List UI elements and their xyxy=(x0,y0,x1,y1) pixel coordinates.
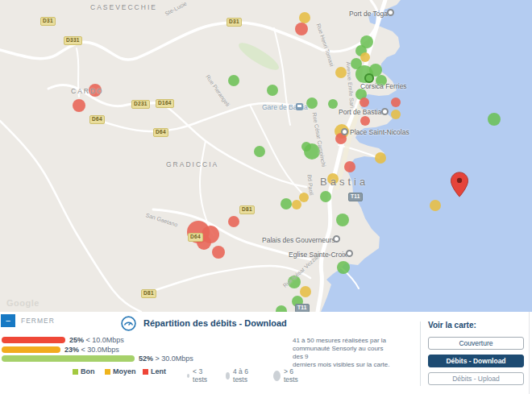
measurement-dot-y[interactable] xyxy=(391,110,401,119)
measurement-dot-g[interactable] xyxy=(254,146,265,157)
legend-size-item: 4 à 6 tests xyxy=(226,367,251,384)
train-station-icon xyxy=(296,103,303,110)
legend-label: Bon xyxy=(81,367,95,375)
measurement-dot-g[interactable] xyxy=(320,191,331,202)
poi-label: Place Saint-Nicolas xyxy=(350,128,409,136)
poi-circle-icon xyxy=(333,235,340,243)
measurement-dot-g[interactable] xyxy=(337,261,350,274)
measurement-dot-y[interactable] xyxy=(300,286,311,297)
measurement-dot-r[interactable] xyxy=(360,116,370,126)
sidebar-heading: Voir la carte: xyxy=(428,321,525,330)
measurement-description: 41 à 50 mesures réalisées par lacommunau… xyxy=(293,337,393,369)
legend-quality-item: Bon xyxy=(73,367,95,375)
test-count-circle xyxy=(226,372,230,379)
vertical-divider xyxy=(420,321,421,386)
description-line: derniers mois visibles sur la carte. xyxy=(293,361,393,369)
legend-label: < 3 tests xyxy=(193,367,209,384)
fermer-label: FERMER xyxy=(21,317,55,325)
measurement-dot-y[interactable] xyxy=(360,52,370,62)
road-shield: D164 xyxy=(156,99,174,108)
test-count-circle xyxy=(187,374,189,378)
measurement-dot-g[interactable] xyxy=(281,198,292,209)
poi-label: Corsica Ferries xyxy=(360,82,407,90)
speed-distribution-bars: 25% < 10.0Mbps23% < 30.0Mbps52% > 30.0Mb… xyxy=(2,337,268,365)
basemap-roads-and-sea xyxy=(0,0,532,312)
bar-row: 52% > 30.0Mbps xyxy=(2,355,268,365)
road-shield: D331 xyxy=(64,36,82,45)
measurement-dot-g[interactable] xyxy=(306,97,318,109)
measurement-dot-r[interactable] xyxy=(212,246,225,259)
map-type-button-couverture[interactable]: Couverture xyxy=(428,337,524,350)
measurement-dot-y[interactable] xyxy=(292,200,301,209)
area-label: CASEVECCHIE xyxy=(90,3,157,11)
google-logo: Google xyxy=(6,298,39,308)
measurement-dot-y[interactable] xyxy=(375,152,386,164)
map-type-button-d-bits-download[interactable]: Débits - Download xyxy=(428,355,524,367)
distribution-bar xyxy=(2,346,60,353)
bottom-panel: − FERMER Répartition des débits - Downlo… xyxy=(0,312,532,394)
map-canvas[interactable]: D31D331D31D231D164D64D64D64D81D81T11T11 … xyxy=(0,0,532,312)
measurement-dot-g[interactable] xyxy=(267,85,278,96)
bar-label: 23% < 30.0Mbps xyxy=(64,346,119,354)
area-label: GRADICCIA xyxy=(166,160,218,168)
measurement-dot-r[interactable] xyxy=(295,23,308,35)
measurement-dot-r[interactable] xyxy=(391,97,401,107)
legend-color-square xyxy=(73,369,78,375)
description-line: 41 à 50 mesures réalisées par la xyxy=(293,337,393,345)
measurement-dot-g[interactable] xyxy=(336,214,349,226)
road-shield: D64 xyxy=(89,115,105,124)
legend-size-item: < 3 tests xyxy=(187,367,209,384)
sensorly-app: D31D331D31D231D164D64D64D64D81D81T11T11 … xyxy=(0,0,532,394)
poi-label: Port de Toga xyxy=(349,10,388,18)
poi-label: Port de Bastia xyxy=(339,108,381,116)
road-shield: D31 xyxy=(227,18,242,27)
measurement-dot-g[interactable] xyxy=(488,113,501,126)
legend-size-item: > 6 tests xyxy=(273,367,301,384)
map-type-sidebar: Voir la carte: CouvertureDébits - Downlo… xyxy=(428,321,525,390)
panel-right-edge xyxy=(529,312,530,394)
road-shield: D81 xyxy=(239,205,255,214)
bar-label: 25% < 10.0Mbps xyxy=(69,336,124,344)
distribution-bar xyxy=(2,337,65,343)
description-line: communauté Sensorly au cours des 9 xyxy=(293,345,393,361)
measurement-dot-g[interactable] xyxy=(328,99,338,109)
poi-label: Eglise Sainte-Croix xyxy=(289,251,347,259)
road-shield: D231 xyxy=(131,100,150,109)
legend-label: Moyen xyxy=(113,367,136,375)
legend-quality-item: Moyen xyxy=(105,367,136,375)
measurement-dot-g[interactable] xyxy=(276,305,287,312)
road-shield: T11 xyxy=(348,193,363,201)
legend-label: 4 à 6 tests xyxy=(233,367,251,384)
legend-label: Lent xyxy=(151,367,166,375)
measurement-dot-r[interactable] xyxy=(73,99,85,112)
road-shield: D31 xyxy=(40,17,56,26)
road-shield: D81 xyxy=(141,289,156,298)
measurement-dot-y[interactable] xyxy=(299,193,309,202)
poi-circle-icon xyxy=(387,9,394,16)
test-count-circle xyxy=(273,371,281,381)
poi-circle-icon xyxy=(341,128,348,135)
bar-label: 52% > 30.0Mbps xyxy=(139,355,193,363)
area-label: CARDO xyxy=(71,87,104,95)
measurement-dot-y[interactable] xyxy=(335,67,347,78)
measurement-dot-r[interactable] xyxy=(344,161,355,172)
legend-color-square xyxy=(143,369,148,375)
map-pin-marker[interactable] xyxy=(451,172,468,197)
map-type-button-d-bits-upload[interactable]: Débits - Upload xyxy=(428,372,524,385)
measurement-dot-g[interactable] xyxy=(228,75,239,86)
road-shield: D64 xyxy=(188,233,203,242)
road-shield: T11 xyxy=(295,304,310,312)
area-label: Bastia xyxy=(320,176,368,188)
poi-circle-icon xyxy=(381,108,389,115)
panel-title: Répartition des débits - Download xyxy=(143,318,287,328)
legend-color-square xyxy=(105,369,110,375)
measurement-dot-r[interactable] xyxy=(360,97,369,107)
measurement-dot-r[interactable] xyxy=(228,216,239,227)
poi-circle-icon xyxy=(346,250,353,257)
bar-row: 25% < 10.0Mbps xyxy=(2,337,268,346)
measurement-dot-y[interactable] xyxy=(299,12,310,23)
distribution-bar xyxy=(2,355,135,362)
fermer-collapse-button[interactable]: − xyxy=(1,314,15,327)
measurement-dot-y[interactable] xyxy=(430,200,441,211)
speedometer-icon xyxy=(121,316,136,331)
